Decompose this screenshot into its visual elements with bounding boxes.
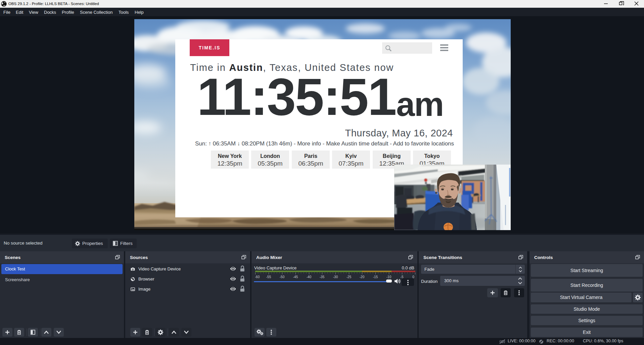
svg-text:-55: -55 [266, 275, 271, 279]
svg-text:-60: -60 [255, 275, 260, 279]
svg-text:-45: -45 [293, 275, 298, 279]
svg-text:-25: -25 [347, 275, 352, 279]
svg-text:-30: -30 [333, 275, 338, 279]
svg-text:-15: -15 [373, 275, 378, 279]
svg-text:-20: -20 [360, 275, 365, 279]
svg-text:-35: -35 [320, 275, 325, 279]
svg-text:-10: -10 [386, 275, 392, 279]
svg-text:-50: -50 [280, 275, 285, 279]
svg-text:-40: -40 [307, 275, 312, 279]
